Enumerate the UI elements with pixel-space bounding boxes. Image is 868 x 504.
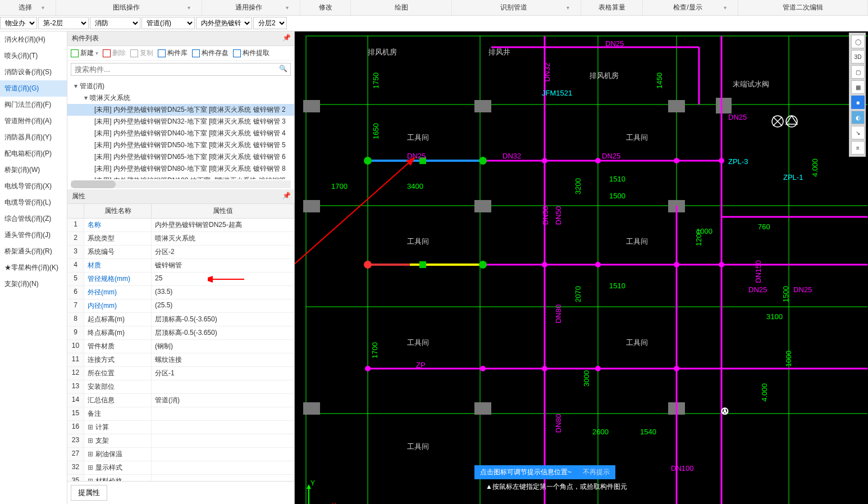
menu-3[interactable]: 修改 [300,0,351,15]
prop-row[interactable]: 27⊞刷油保温 [67,448,294,461]
nav-item[interactable]: 阀门法兰(消)(F) [0,97,67,113]
prop-row[interactable]: 15备注 [67,407,294,421]
menu-6[interactable]: 表格算量 [581,0,643,15]
tool-water-icon[interactable]: ◐ [851,111,865,124]
menu-5[interactable]: 识别管道▾ [452,0,581,15]
nav-item[interactable]: ★零星构件(消)(K) [0,260,67,276]
prop-row[interactable]: 4材质镀锌钢管 [67,259,294,273]
nav-item[interactable]: 支架(消)(N) [0,276,67,292]
props-pin-icon[interactable]: 📌 [282,192,291,199]
pipe-label: DN50 [554,206,563,225]
tool-arrow-icon[interactable]: ↘ [851,126,865,139]
dim-label: 1700 [331,182,348,190]
prop-row[interactable]: 32⊞显示样式 [67,461,294,475]
menu-4[interactable]: 绘图 [351,0,452,15]
sys-select[interactable]: 消防 [90,17,140,29]
prop-row[interactable]: 16⊞计算 [67,421,294,434]
svg-rect-21 [474,402,491,415]
svg-point-44 [479,261,487,269]
props-column-header: 属性名称 属性值 [67,204,294,219]
floor-select[interactable]: 第-2层 [38,17,89,29]
hint-dismiss[interactable]: 不再提示 [583,467,610,477]
menu-8[interactable]: 管道二次编辑 [738,0,868,15]
tree-item[interactable]: [未用] 内外壁热镀锌钢管DN100-地下室. [喷淋灭火系统 镀锌钢管 [67,175,294,179]
dim-label: 1000 [784,351,793,367]
room-label: 末端试水阀 [733,79,769,89]
nav-item[interactable]: 管道附件(消)(A) [0,113,67,129]
prop-row[interactable]: 8起点标高(m)层顶标高-0.5(-3.650) [67,313,294,326]
tree-item[interactable]: [未用] 内外壁热镀锌钢管DN25-地下室 [喷淋灭火系统 镀锌钢管 2 [67,104,294,116]
tool-solid-icon[interactable]: ■ [851,96,865,109]
nav-item[interactable]: 消火栓(消)(H) [0,31,67,48]
pipe-label: DN32 [502,152,521,160]
prop-row[interactable]: 6外径(mm)(33.5) [67,286,294,299]
nav-item[interactable]: 通头管件(消)(J) [0,227,67,243]
tree-root[interactable]: ▾管道(消) [67,80,294,92]
svg-text:Ⓐ: Ⓐ [721,407,728,415]
nav-item[interactable]: 桥架(消)(W) [0,162,67,178]
prop-row[interactable]: 7内径(mm)(25.5) [67,299,294,313]
tree-item[interactable]: [未用] 内外壁热镀锌钢管DN32-地下室 [喷淋灭火系统 镀锌钢管 3 [67,116,294,128]
prop-row[interactable]: 12所在位置分区-1 [67,367,294,380]
menu-7[interactable]: 检查/显示▾ [643,0,738,15]
prop-row[interactable]: 1名称内外壁热镀锌钢管DN25-超高 [67,219,294,232]
lib-button[interactable]: 构件库 [158,48,188,58]
svg-rect-15 [668,100,685,112]
prop-row[interactable]: 35⊞材料价格 [67,475,294,481]
search-icon[interactable]: 🔍 [279,65,287,72]
pipe-label: ZPL-3 [728,157,748,166]
tree-item[interactable]: [未用] 内外壁热镀锌钢管DN40-地下室 [喷淋灭火系统 镀锌钢管 4 [67,128,294,139]
mat-select[interactable]: 内外壁热镀锌钢 [196,17,252,29]
tool-globe-icon[interactable]: ◯ [851,35,865,48]
new-button[interactable]: 新建 ▾ [71,48,98,58]
menu-1[interactable]: 图纸操作▾ [56,0,202,15]
comp-select[interactable]: 管道(消) [141,17,195,29]
zone-select[interactable]: 分层2 [253,17,287,29]
pipe-label: DN32 [543,63,551,81]
copy-button[interactable]: 复制 [130,48,153,58]
nav-item[interactable]: 电缆导管(消)(L) [0,194,67,211]
nav-item[interactable]: 电线导管(消)(X) [0,178,67,194]
prop-row[interactable]: 11连接方式螺纹连接 [67,353,294,367]
tree-item[interactable]: [未用] 内外壁热镀锌钢管DN65-地下室 [喷淋灭火系统 镀锌钢管 6 [67,151,294,163]
nav-item[interactable]: 消防器具(消)(Y) [0,129,67,146]
prop-row[interactable]: 23⊞支架 [67,434,294,448]
biz-select[interactable]: 物业办 [0,17,37,29]
cad-canvas[interactable]: Ⓐ 排风机房 排风井 排风机房 末端试水阀 工具间 工具间 工具间 工具间 工具… [295,31,868,504]
prop-row[interactable]: 9终点标高(m)层顶标高-0.5(-3.650) [67,326,294,340]
svg-point-52 [595,366,601,371]
prop-row[interactable]: 2系统类型喷淋灭火系统 [67,232,294,246]
tree-hscroll[interactable] [71,180,291,188]
extract-button[interactable]: 构件提取 [233,48,269,58]
pipe-label: DN25 [605,39,624,48]
prop-row[interactable]: 3系统编号分区-2 [67,246,294,259]
menu-2[interactable]: 通用操作▾ [202,0,300,15]
prop-row[interactable]: 5管径规格(mm)25 [67,273,294,286]
nav-item[interactable]: 配电箱柜(消)(P) [0,146,67,162]
save-button[interactable]: 构件存盘 [192,48,229,58]
tree-group[interactable]: ▾喷淋灭火系统 [67,92,294,104]
svg-point-45 [542,262,547,267]
room-label: 排风机房 [368,47,397,57]
tool-cube-icon[interactable]: ▢ [851,65,865,79]
tree-item[interactable]: [未用] 内外壁热镀锌钢管DN80-地下室 [喷淋灭火系统 镀锌钢管 8 [67,163,294,175]
nav-item[interactable]: 喷头(消)(T) [0,48,67,64]
tool-3d-icon[interactable]: 3D [851,50,865,63]
prop-row[interactable]: 10管件材质(钢制) [67,340,294,353]
delete-button[interactable]: 删除 [103,48,126,58]
tool-box-icon[interactable]: ▦ [851,80,865,94]
pin-icon[interactable]: 📌 [282,34,291,42]
nav-item[interactable]: 综合管线(消)(Z) [0,211,67,227]
nav-item[interactable]: 消防设备(消)(S) [0,64,67,80]
nav-item[interactable]: 桥架通头(消)(R) [0,243,67,260]
nav-item[interactable]: 管道(消)(G) [0,80,67,97]
prop-row[interactable]: 13安装部位 [67,380,294,394]
pipe-label: DN50 [541,206,550,225]
tool-list-icon[interactable]: ≡ [851,141,865,155]
prop-row[interactable]: 14汇总信息管道(消) [67,394,294,407]
dim-label: 3100 [766,312,783,321]
menu-0[interactable]: 选择▾ [0,0,56,15]
search-input[interactable] [71,63,291,76]
tree-item[interactable]: [未用] 内外壁热镀锌钢管DN50-地下室 [喷淋灭火系统 镀锌钢管 5 [67,139,294,151]
extract-prop-button[interactable]: 提属性 [71,485,107,501]
